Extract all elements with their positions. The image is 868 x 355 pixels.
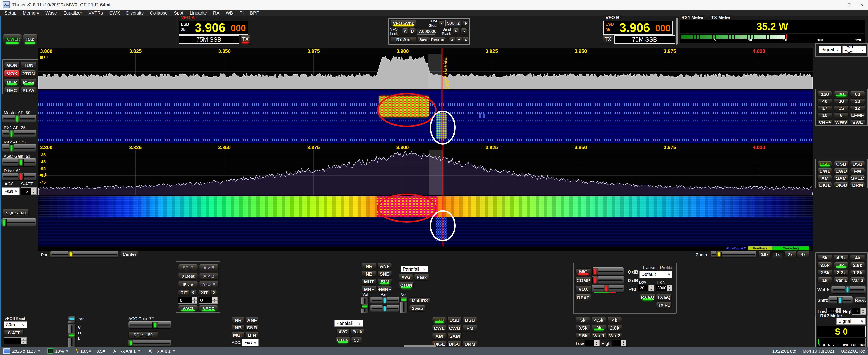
button-a-b[interactable]: A < B xyxy=(199,273,219,280)
pan-slider[interactable] xyxy=(50,251,118,258)
rx1-dsp-anf[interactable]: ANF xyxy=(377,263,392,269)
menu-pi[interactable]: PI xyxy=(236,10,247,16)
rx2-filter-5k[interactable]: 5k xyxy=(576,317,590,323)
waterfall-rx1[interactable] xyxy=(38,90,813,143)
filter-2-2k[interactable]: 2.2k xyxy=(834,270,849,276)
zoom-slider[interactable] xyxy=(711,251,756,258)
rx-ant-button[interactable]: Rx Ant xyxy=(391,36,416,43)
button-0-beat[interactable]: 0 Beat xyxy=(178,273,198,280)
rx2-agc-gain-slider[interactable] xyxy=(128,321,172,329)
vfo-sync-button[interactable]: VFO Sync xyxy=(391,20,416,27)
rx2-mode-dsb[interactable]: DSB xyxy=(463,317,477,324)
filter-4-5k[interactable]: 4.5k xyxy=(834,255,849,261)
rx1-dsp-mut[interactable]: MUT xyxy=(362,278,376,285)
rx1-pan-slider[interactable] xyxy=(370,297,399,304)
rx2-agc-mode-select[interactable]: Fast∨ xyxy=(242,339,258,346)
button-tun[interactable]: TUN xyxy=(21,62,36,69)
rit-stepper[interactable]: 0▲▼ xyxy=(178,297,197,304)
vfo-lock-b-button[interactable]: B xyxy=(409,28,416,34)
rx1-meter-mode-select[interactable]: Signal∨ xyxy=(819,46,841,53)
rx2-vol-thumb[interactable] xyxy=(68,333,75,338)
rx1-dsp-nb[interactable]: NB xyxy=(362,271,376,277)
rx2-s-att-button[interactable]: S-ATT xyxy=(4,330,24,336)
mode-spec[interactable]: SPEC xyxy=(850,175,865,181)
rx1-dsp-bin[interactable]: BIN xyxy=(377,278,392,285)
vox-slider[interactable] xyxy=(592,285,624,293)
menu-setup[interactable]: Setup xyxy=(1,10,20,16)
avg-button[interactable]: AVG xyxy=(399,274,413,281)
tune-step-minus-button[interactable]: - xyxy=(439,21,444,26)
waterfall-rx2-history[interactable] xyxy=(38,217,813,246)
rx2-high-stepper[interactable]: ▲▼ xyxy=(612,340,626,346)
rx2-ctun-button[interactable]: CTUN xyxy=(336,337,350,344)
minimize-icon[interactable]: ─ xyxy=(830,0,843,9)
rx2-mode-lsb[interactable]: LSB xyxy=(432,317,446,324)
transmit-profile-select[interactable]: Default∨ xyxy=(640,271,673,278)
filter-3k[interactable]: 3k xyxy=(834,262,849,268)
menu-wb[interactable]: WB xyxy=(222,10,236,16)
vfob-band-select[interactable]: 80m∨ xyxy=(4,321,27,328)
rx1-dsp-nr[interactable]: NR xyxy=(362,263,376,269)
band-40[interactable]: 40 xyxy=(817,98,832,104)
vox-thumb[interactable] xyxy=(603,285,609,293)
rx2-pan-thumb[interactable] xyxy=(68,316,75,321)
menu-xvtrs[interactable]: XVTRs xyxy=(85,10,106,16)
s-att-stepper[interactable]: 6 ▲▼ xyxy=(21,187,37,195)
band-prev-icon[interactable]: ◀ xyxy=(449,37,455,43)
rit-zero-button[interactable]: 0 xyxy=(190,290,196,296)
restore-button[interactable]: Restore xyxy=(431,37,446,43)
peak-button[interactable]: Peak xyxy=(414,274,429,281)
band-stack-b-button[interactable]: 6 xyxy=(460,28,467,34)
spectrum-rx1[interactable] xyxy=(38,54,813,89)
rx2-filter-2-8k[interactable]: 2.8k xyxy=(608,325,622,331)
band-17[interactable]: 17 xyxy=(817,105,832,111)
tx-meter-mode-select[interactable]: Fwd Pwr∨ xyxy=(842,46,866,53)
band-15[interactable]: 15 xyxy=(834,105,849,111)
shift-slider-thumb[interactable] xyxy=(837,297,843,304)
filter-high-stepper[interactable]: 0▲▼ xyxy=(852,308,866,315)
button-a-b[interactable]: A <> B xyxy=(199,281,219,288)
sql-button[interactable]: SQL: -160 xyxy=(3,209,29,217)
vfo-b-frequency-display[interactable]: LSB 3k 3.906 000 xyxy=(603,21,673,34)
slider-thumb[interactable] xyxy=(14,115,20,123)
cpu-status[interactable]: 13%▼ xyxy=(48,348,69,354)
rx2-filter-var-1[interactable]: Var 1 xyxy=(591,332,606,339)
rx2-dsp-nb[interactable]: NB xyxy=(232,324,245,331)
band-wwv[interactable]: WWV xyxy=(834,119,849,125)
power-button[interactable]: POWER xyxy=(3,34,22,45)
rx2-filter-4-5k[interactable]: 4.5k xyxy=(591,317,606,323)
agc-mode-select[interactable]: Fast∨ xyxy=(2,187,20,195)
menu-ra[interactable]: RA xyxy=(210,10,223,16)
comp-slider[interactable] xyxy=(592,276,624,284)
rx2-filter-4k[interactable]: 4k xyxy=(608,317,622,323)
filter-var-2[interactable]: Var 2 xyxy=(850,277,865,283)
vac2-button[interactable]: VAC2 xyxy=(199,305,218,312)
mode-dsb[interactable]: DSB xyxy=(850,161,865,167)
vox-button[interactable]: VOX xyxy=(576,286,591,293)
rx1-display-mode-select[interactable]: Panafall∨ xyxy=(401,266,428,272)
mode-drm[interactable]: DRM xyxy=(850,182,865,188)
menu-memory[interactable]: Memory xyxy=(20,10,42,16)
filter-2-5k[interactable]: 2.5k xyxy=(817,270,832,276)
rx2-dsp-bin[interactable]: BIN xyxy=(246,332,258,338)
rx2-mode-usb[interactable]: USB xyxy=(447,317,462,324)
rx2-mode-am[interactable]: AM xyxy=(432,333,446,339)
menu-wave[interactable]: Wave xyxy=(42,10,60,16)
zoom-1x[interactable]: 1x xyxy=(771,251,784,258)
slider-thumb[interactable] xyxy=(18,159,24,167)
filter-2-8k[interactable]: 2.8k xyxy=(850,262,865,268)
filter-passband-rx1[interactable] xyxy=(428,54,442,89)
band-next-icon[interactable]: ▶ xyxy=(463,37,469,43)
rx-eq-button[interactable]: RX EQ xyxy=(640,294,655,301)
slider-rx2-af[interactable] xyxy=(2,144,36,152)
mic-gain-thumb[interactable] xyxy=(592,268,598,275)
rx2-filter-3-5k[interactable]: 3.5k xyxy=(576,325,590,331)
rx2-sql-button[interactable]: SQL: -150 xyxy=(128,331,158,339)
zoom-2x[interactable]: 2x xyxy=(784,251,797,258)
filter-1-8k[interactable]: 1.8k xyxy=(850,270,865,276)
resolution-status[interactable]: 2825 x 1123▼ xyxy=(3,348,40,354)
dexp-button[interactable]: DEXP xyxy=(576,294,591,301)
rx2-mode-sam[interactable]: SAM xyxy=(447,333,462,339)
subrx-vol-slider[interactable] xyxy=(400,297,408,313)
rx2-mode-drm[interactable]: DRM xyxy=(463,341,477,348)
